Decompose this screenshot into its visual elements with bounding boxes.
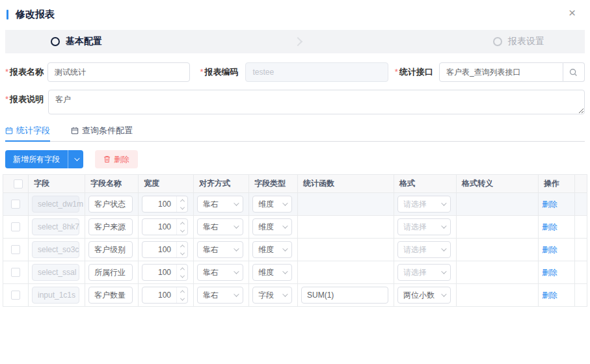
action-cell: 删除 [539,261,575,283]
delete-button[interactable]: 删除 [95,150,138,168]
field-name-input[interactable]: 客户级别 [88,241,133,258]
func-cell [298,261,394,283]
action-cell: 删除 [539,216,575,238]
chevron-down-icon [234,200,239,205]
format-escape-cell [457,261,539,283]
arrow-down-icon[interactable] [177,227,187,235]
table-row: select_so3c客户级别100靠右维度请选择删除 [3,239,587,261]
select-all-checkbox[interactable] [14,179,23,188]
report-code-label: *报表编码 [200,62,238,82]
row-delete-link[interactable]: 删除 [542,222,557,233]
field-id-input: input_1c1s [32,287,79,304]
tab-stat-fields[interactable]: 统计字段 [5,125,50,141]
type-select[interactable]: 字段 [252,287,292,304]
step-report-settings[interactable]: 报表设置 [493,36,544,47]
stat-api-input[interactable] [439,62,563,82]
api-search-button[interactable] [563,62,585,82]
dropdown-arrow-button[interactable] [68,150,83,168]
col-header: 操作 [539,175,575,192]
width-stepper[interactable]: 100 [142,264,188,281]
stepper: 基本配置 报表设置 [5,30,585,53]
stat-func-input[interactable]: SUM(1) [301,287,388,304]
field-id-input: select_ssal [32,264,79,281]
field-name-input[interactable]: 客户数量 [88,287,133,304]
field-id-input: select_so3c [32,241,79,258]
width-stepper[interactable]: 100 [142,218,188,235]
stepper-arrows[interactable] [176,265,187,280]
row-checkbox-cell [3,239,29,261]
format-cell: 请选择 [394,216,457,238]
arrow-up-icon[interactable] [177,287,187,295]
width-stepper[interactable]: 100 [142,196,188,213]
stepper-arrows[interactable] [176,196,187,212]
report-code-input [245,62,388,82]
tab-label: 查询条件配置 [82,125,133,136]
report-desc-label: *报表说明 [5,90,44,109]
row-delete-link[interactable]: 删除 [542,244,557,255]
chevron-down-icon [441,246,446,251]
row-checkbox[interactable] [11,291,20,300]
table-row: input_1c1s客户数量100靠右字段SUM(1)两位小数删除 [3,284,587,307]
row-checkbox[interactable] [11,245,20,254]
format-select[interactable]: 两位小数 [397,287,451,304]
report-desc-textarea[interactable]: 客户 [48,90,585,114]
format-select[interactable]: 请选择 [397,264,451,281]
col-header: 字段名称 [85,175,139,192]
field-name-input[interactable]: 客户状态 [88,196,133,213]
add-all-fields-button[interactable]: 新增所有字段 [5,150,83,168]
type-select[interactable]: 维度 [252,241,292,258]
row-checkbox[interactable] [11,200,20,209]
align-select[interactable]: 靠右 [197,264,243,281]
row-delete-link[interactable]: 删除 [542,290,557,301]
row-delete-link[interactable]: 删除 [542,199,557,210]
format-select[interactable]: 请选择 [397,241,451,258]
stepper-arrows[interactable] [176,242,187,257]
arrow-down-icon[interactable] [177,272,187,280]
table-row: select_dw1m客户状态100靠右维度请选择删除 [3,193,587,216]
align-select[interactable]: 靠右 [197,241,243,258]
table-body: select_dw1m客户状态100靠右维度请选择删除select_8hk7客户… [3,193,587,307]
row-filler-cell [575,239,587,261]
type-select[interactable]: 维度 [252,264,292,281]
stepper-arrows[interactable] [176,219,187,235]
type-select[interactable]: 维度 [252,218,292,235]
arrow-down-icon[interactable] [177,204,187,212]
arrow-down-icon[interactable] [177,250,187,257]
align-select[interactable]: 靠右 [197,196,243,213]
arrow-up-icon[interactable] [177,196,187,204]
align-cell: 靠右 [194,216,249,238]
format-cell: 请选择 [394,193,457,215]
format-cell: 请选择 [394,239,457,261]
report-name-input[interactable] [47,62,190,82]
format-select[interactable]: 请选择 [397,218,451,235]
row-checkbox[interactable] [11,268,20,277]
width-stepper[interactable]: 100 [142,287,188,304]
type-cell: 维度 [249,261,298,283]
field-name-input[interactable]: 客户来源 [88,218,133,235]
chevron-down-icon [282,223,288,228]
arrow-down-icon[interactable] [177,295,187,303]
chevron-down-icon [234,291,239,296]
step-basic-config[interactable]: 基本配置 [51,36,102,47]
func-cell [298,239,394,261]
row-checkbox[interactable] [11,222,20,231]
align-select[interactable]: 靠右 [197,287,243,304]
arrow-up-icon[interactable] [177,219,187,227]
stepper-arrows[interactable] [176,287,187,303]
arrow-up-icon[interactable] [177,265,187,272]
action-cell: 删除 [539,193,575,215]
tab-query-config[interactable]: 查询条件配置 [71,125,133,141]
required-asterisk: * [395,67,398,77]
format-select[interactable]: 请选择 [397,196,451,213]
close-icon[interactable]: × [569,6,576,19]
format-cell: 两位小数 [394,284,457,306]
field-name-input[interactable]: 所属行业 [88,264,133,281]
align-select[interactable]: 靠右 [197,218,243,235]
col-header: 对齐方式 [194,175,249,192]
step-label: 报表设置 [508,36,544,47]
arrow-up-icon[interactable] [177,242,187,250]
required-asterisk: * [5,94,8,104]
width-stepper[interactable]: 100 [142,241,188,258]
row-delete-link[interactable]: 删除 [542,267,557,278]
type-select[interactable]: 维度 [252,196,292,213]
